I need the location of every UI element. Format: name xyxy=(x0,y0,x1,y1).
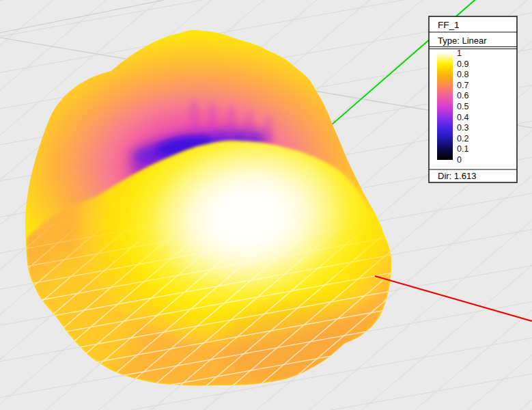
colorbar-tick-labels: 1 0.9 0.8 0.7 0.6 0.5 0.4 0.3 0.2 0.1 0 xyxy=(457,49,468,165)
colorbar-tick-label: 0.1 xyxy=(457,144,468,154)
3d-viewport[interactable]: FF_1 Type: Linear 1 0.9 0.8 0.7 0.6 0.5 … xyxy=(0,0,532,410)
legend-title: FF_1 xyxy=(438,20,460,30)
legend-panel: FF_1 Type: Linear 1 0.9 0.8 0.7 0.6 0.5 … xyxy=(429,16,517,182)
colorbar-tick-label: 0.4 xyxy=(457,113,468,122)
colorbar-tick-label: 0.9 xyxy=(457,59,468,69)
colorbar-tick-label: 0.8 xyxy=(457,70,468,79)
legend-dir-label: Dir: 1.613 xyxy=(438,171,476,181)
legend-type-label: Type: Linear xyxy=(438,36,487,46)
colorbar-tick-label: 0.6 xyxy=(457,91,468,100)
colorbar-tick-label: 0.3 xyxy=(457,123,468,133)
colorbar-tick-label: 0.2 xyxy=(457,134,468,144)
colorbar-tick-label: 0.7 xyxy=(457,81,468,90)
colorbar-tick-label: 0.5 xyxy=(457,102,468,111)
colorbar-gradient xyxy=(437,53,453,160)
colorbar-tick-label: 1 xyxy=(457,49,462,58)
colorbar-tick-label: 0 xyxy=(457,155,462,165)
farfield-plot-canvas[interactable]: FF_1 Type: Linear 1 0.9 0.8 0.7 0.6 0.5 … xyxy=(0,0,532,410)
